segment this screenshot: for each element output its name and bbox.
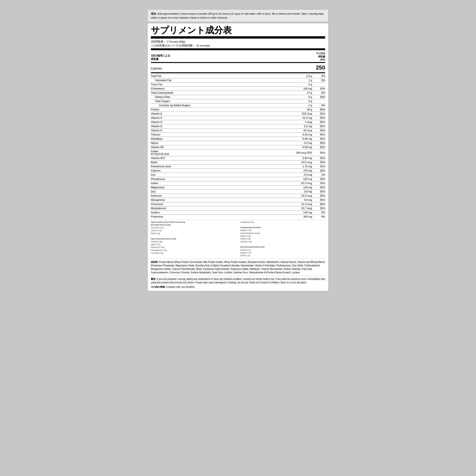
nutrient-amount: 0.84 mg <box>302 157 312 159</box>
nutrient-dv: 35% <box>316 137 325 140</box>
other-info-text: Contains milk, soy (lecithin). <box>166 286 195 288</box>
nutrient-amount: 42 mcg <box>303 129 312 132</box>
nutrient-dv: 35% <box>316 146 325 149</box>
nutrient-amount: 120 mg <box>303 178 312 180</box>
nutrient-dv: 35% <box>316 190 325 193</box>
nutrient-name: Vitamin K <box>151 129 303 132</box>
nutrient-dv: 35% <box>316 151 325 154</box>
ingredients-section: 原材料: Protein Blend (Whey Protein Concent… <box>151 259 325 274</box>
other-info-label: その他の情報: <box>151 286 166 288</box>
nutrient-row: Thiamin0.42 mg35% <box>151 133 325 137</box>
nutrient-dv: 4% <box>316 104 325 107</box>
ingredients-text: Protein Blend (Whey Protein Concentrate,… <box>151 261 325 274</box>
nutrient-amount: 17 g <box>307 91 312 94</box>
nutrient-row: Phosphorus120 mg10% <box>151 177 325 181</box>
nutrient-amount: 126 mg <box>303 186 312 189</box>
nutrient-name: Includes 2g Added Sugars <box>159 104 308 107</box>
nutrient-row: Vitamin B60.59 mg35% <box>151 145 325 149</box>
nutrient-row: Magnesium126 mg30% <box>151 186 325 189</box>
nutrient-row: Protein40 g80% <box>151 108 325 112</box>
nutrient-dv: 35% <box>316 142 325 144</box>
amino-acid-section: Typical Amino Acid Profile Per Serving E… <box>151 220 325 257</box>
nutrient-name: Riboflavin <box>151 137 302 140</box>
nutrient-name: Vitamin B6 <box>151 146 302 149</box>
nutrient-name: Total Carbohydrate <box>151 91 307 94</box>
nutrient-name: Potassium <box>151 215 303 218</box>
nutrient-amount: 0 g <box>308 83 312 86</box>
header-right: % 1日分 摂取量 (DV) <box>317 52 325 61</box>
medium-divider-2 <box>151 72 325 73</box>
nutrient-row: Vitamin D7 mcg35% <box>151 120 325 124</box>
nutrient-amount: 2.5 g <box>306 75 312 77</box>
nutrient-amount: 19.2 mcg <box>301 194 312 197</box>
nutrient-row: Cholesterol100 mg33% <box>151 87 325 91</box>
nutrient-dv: 30% <box>316 169 325 172</box>
calories-value: 250 <box>316 64 325 71</box>
nutrient-row: Iodine52.5 mcg35% <box>151 181 325 185</box>
nutrient-dv: 35% <box>316 129 325 132</box>
other-info-section: その他の情報: Contains milk, soy (lecithin). <box>151 285 325 289</box>
nutrient-dv: 35% <box>316 207 325 210</box>
nutrient-amount: 0.8 mg <box>304 199 312 201</box>
nutrient-amount: 3.8 mg <box>304 190 312 193</box>
nutrient-name: Magnesium <box>151 186 303 189</box>
nutrient-name: Trans Fat <box>151 83 308 86</box>
nutrient-dv: 6% <box>316 215 325 218</box>
nutrients-container: Total Fat2.5 g3%Saturated Fat1 g5%Trans … <box>151 74 325 219</box>
nutrient-row: Vitamin K42 mcg35% <box>151 129 325 133</box>
nutrient-name: Niacin <box>151 142 304 144</box>
nutrient-dv: 6% <box>316 91 325 94</box>
instructions-label: 用法: <box>151 12 157 15</box>
nutrient-row: Total Fat2.5 g3% <box>151 74 325 78</box>
nutrient-dv: 35% <box>316 161 325 164</box>
nutrient-row: Includes 2g Added Sugars2 g4% <box>151 103 325 107</box>
nutrient-name: Molybdenum <box>151 207 301 210</box>
nutrient-dv: 35% <box>316 133 325 136</box>
nutrient-amount: 5.2 mg <box>304 125 312 128</box>
nutrient-dv: 35% <box>316 199 325 201</box>
nutrient-name: Biotin <box>151 161 301 164</box>
nutrient-name: Pantothenic Acid <box>151 165 302 168</box>
nutrient-amount: 110 mg <box>303 211 312 214</box>
nutrient-amount: 140 mcg DFE <box>296 151 312 154</box>
column-header-row: 1回の服用による 摂取量 % 1日分 摂取量 (DV) <box>151 51 325 61</box>
nutrient-dv: 35% <box>316 165 325 168</box>
servings-value: 15 servings <box>196 44 210 47</box>
nutrient-dv: 35% <box>316 125 325 128</box>
page-container: 用法: Add approximately 2 level scoops of … <box>147 9 329 291</box>
nutrient-name: Chromium <box>151 203 301 205</box>
nutrient-amount: 15.7 mcg <box>301 207 312 210</box>
nutrient-amount: 10.5 mcg <box>301 161 312 164</box>
calories-label: Calories <box>151 67 162 70</box>
nutrient-dv: 2% <box>316 173 325 176</box>
serving-size-row: 1回摂取量： 2 Scoops (69g) <box>151 40 325 43</box>
nutrient-amount: 0.46 mg <box>302 137 312 140</box>
nutrient-amount: 1.75 mg <box>302 165 312 168</box>
nutrient-row: Total Carbohydrate17 g6% <box>151 91 325 95</box>
label-title: サプリメント成分表 <box>151 26 325 39</box>
calories-row: Calories 250 <box>151 64 325 72</box>
nutrient-dv: 35% <box>316 194 325 197</box>
nutrient-row: Vitamin E5.2 mg35% <box>151 124 325 128</box>
nutrient-name: Iron <box>151 173 304 176</box>
nutrient-row: Folate84 mcg Folic Acid140 mcg DFE35% <box>151 150 325 156</box>
nutrient-name: Vitamin C <box>151 117 302 119</box>
nutrient-row: Calcium370 mg30% <box>151 169 325 173</box>
nutrient-name: Folate84 mcg Folic Acid <box>151 150 296 155</box>
ingredients-label: 原材料: <box>151 261 158 263</box>
nutrient-row: Pantothenic Acid1.75 mg35% <box>151 165 325 169</box>
nutrient-amount: 2 g <box>308 104 312 107</box>
nutrient-dv: 10% <box>316 178 325 180</box>
nutrient-name: Saturated Fat <box>155 79 308 82</box>
nutrient-dv: 18% <box>316 96 325 98</box>
nutrient-dv: 35% <box>316 157 325 159</box>
nutrient-name: Thiamin <box>151 133 302 136</box>
nutrient-dv: 80% <box>316 108 325 111</box>
nutrient-name: Vitamin A <box>151 112 302 115</box>
nutrient-name: Cholesterol <box>151 87 303 90</box>
nutrient-amount: 40 g <box>307 108 312 111</box>
nutrient-amount: 0.42 mg <box>302 133 312 136</box>
nutrient-amount: 52.5 mcg <box>301 182 312 185</box>
nutrient-dv: 35% <box>316 182 325 185</box>
medium-divider <box>151 62 325 63</box>
